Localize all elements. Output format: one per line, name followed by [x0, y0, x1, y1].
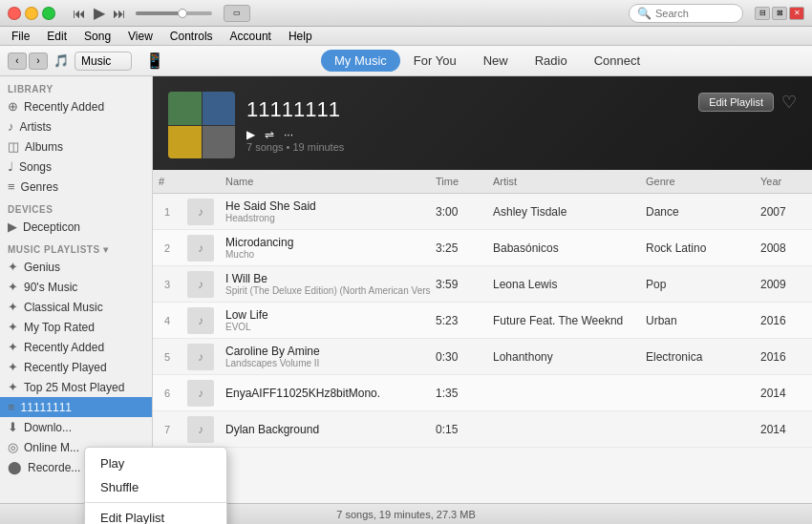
playlist-artwork	[168, 92, 235, 158]
menu-item-file[interactable]: File	[4, 28, 37, 45]
menu-item-edit[interactable]: Edit	[39, 28, 75, 45]
col-time: Time	[430, 174, 487, 189]
play-button-header[interactable]: ▶	[246, 128, 255, 141]
nav-tab-connect[interactable]: Connect	[581, 50, 653, 72]
title-bar: ⏮ ▶ ⏭ ▭ 🔍 ⊟ ⊠ ✕	[0, 0, 812, 27]
track-artist	[487, 428, 640, 431]
sidebar-section-music-playlists-▾[interactable]: Music Playlists ▾	[0, 237, 152, 257]
search-input[interactable]	[655, 8, 732, 19]
track-row[interactable]: 1♪He Said She SaidHeadstrong3:00Ashley T…	[153, 194, 812, 230]
track-num: 4	[153, 313, 182, 328]
artwork-q1	[168, 92, 202, 125]
ctx-item-play[interactable]: Play	[85, 451, 226, 475]
track-time: 5:23	[430, 312, 487, 329]
sidebar-item-artists[interactable]: ♪Artists	[0, 116, 152, 136]
sidebar-item-genres[interactable]: ≡Genres	[0, 177, 152, 197]
track-genre	[640, 428, 755, 431]
ctx-item-edit-playlist[interactable]: Edit Playlist	[85, 506, 226, 524]
minimize-button[interactable]	[25, 7, 38, 20]
track-genre: Pop	[640, 276, 755, 293]
volume-slider[interactable]	[136, 11, 212, 15]
sidebar-label: 90's Music	[24, 281, 77, 294]
menu-item-controls[interactable]: Controls	[162, 28, 221, 45]
close-window-button[interactable]: ✕	[789, 7, 804, 20]
back-button[interactable]: ⏮	[71, 4, 88, 23]
sidebar-item-my-top-rated[interactable]: ✦My Top Rated	[0, 317, 152, 337]
track-row[interactable]: 4♪Low LifeEVOL5:23Future Feat. The Weekn…	[153, 303, 812, 339]
sidebar-icon: ✦	[8, 340, 18, 354]
track-genre	[640, 391, 755, 395]
location-select[interactable]: Music	[75, 52, 132, 71]
sidebar-label: Decepticon	[23, 220, 80, 234]
sidebar-label: Recently Added	[24, 100, 104, 114]
more-button-header[interactable]: ···	[284, 128, 293, 141]
track-artwork: ♪	[187, 344, 214, 370]
menu-item-song[interactable]: Song	[76, 28, 118, 45]
music-icon: 🎵	[53, 53, 69, 68]
col-art	[182, 174, 220, 189]
music-note-icon: ♪	[198, 423, 203, 436]
sidebar-item-classical-music[interactable]: ✦Classical Music	[0, 297, 152, 317]
restore-button[interactable]: ⊟	[755, 7, 770, 20]
sidebar-item-90's-music[interactable]: ✦90's Music	[0, 277, 152, 297]
nav-tab-radio[interactable]: Radio	[522, 50, 581, 72]
sidebar-item-recently-added[interactable]: ✦Recently Added	[0, 337, 152, 357]
sidebar-icon: ◫	[8, 139, 19, 154]
track-row[interactable]: 2♪MicrodancingMucho3:25BabasónicosRock L…	[153, 230, 812, 266]
track-list: # Name Time Artist Genre Year 1♪He Said …	[153, 170, 812, 503]
search-bar[interactable]: 🔍	[629, 4, 743, 23]
track-artist: Ashley Tisdale	[487, 203, 640, 220]
fullscreen-button[interactable]: ⊠	[772, 7, 787, 20]
sidebar-item-albums[interactable]: ◫Albums	[0, 136, 152, 157]
track-genre: Dance	[640, 203, 755, 220]
track-name: I Will Be	[225, 272, 424, 285]
sidebar-item-downlo...[interactable]: ⬇Downlo...	[0, 417, 152, 437]
sidebar-icon: ✦	[8, 380, 18, 394]
menu-item-view[interactable]: View	[120, 28, 160, 45]
sidebar-label: Recently Played	[24, 361, 107, 374]
sidebar-label: Recently Added	[24, 341, 104, 354]
menu-bar: FileEditSongViewControlsAccountHelp	[0, 27, 812, 46]
track-row[interactable]: 7♪Dylan Background0:152014	[153, 411, 812, 448]
track-year: 2016	[755, 312, 812, 329]
ctx-item-shuffle[interactable]: Shuffle	[85, 475, 226, 499]
track-artwork: ♪	[187, 416, 214, 443]
sidebar-item-recently-added[interactable]: ⊕Recently Added	[0, 96, 152, 116]
nav-tab-new[interactable]: New	[470, 50, 522, 72]
track-time: 3:00	[430, 203, 487, 220]
menu-item-account[interactable]: Account	[223, 28, 279, 45]
sidebar-item-decepticon[interactable]: ▶Decepticon	[0, 217, 152, 237]
forward-button[interactable]: ⏭	[111, 4, 128, 23]
maximize-button[interactable]	[42, 7, 55, 20]
track-row[interactable]: 3♪I Will BeSpirit (The Deluxe Edition) (…	[153, 266, 812, 303]
close-button[interactable]	[8, 7, 21, 20]
sidebar-item-recently-played[interactable]: ✦Recently Played	[0, 357, 152, 377]
shuffle-button-header[interactable]: ⇌	[265, 128, 274, 141]
play-button[interactable]: ▶	[92, 2, 107, 24]
sidebar-item-11111111[interactable]: ≡11111111	[0, 397, 152, 417]
sidebar-item-songs[interactable]: ♩Songs	[0, 157, 152, 177]
track-row[interactable]: 6♪EnyaAIFF11025KHz8bitMono.1:352014	[153, 375, 812, 411]
playlist-controls: ▶ ⇌ ···	[246, 128, 793, 141]
track-row[interactable]: 5♪Caroline By AmineLandscapes Volume II0…	[153, 339, 812, 375]
sidebar-item-genius[interactable]: ✦Genius	[0, 257, 152, 277]
menu-item-help[interactable]: Help	[281, 28, 320, 45]
sidebar: Library⊕Recently Added♪Artists◫Albums♩So…	[0, 76, 153, 503]
track-art-cell: ♪	[182, 378, 220, 409]
display-button[interactable]: ▭	[224, 5, 250, 22]
track-artwork: ♪	[187, 380, 214, 407]
sidebar-label: Albums	[25, 140, 63, 154]
forward-arrow[interactable]: ›	[29, 52, 48, 70]
col-genre: Genre	[640, 174, 755, 189]
sidebar-item-top-25-most-played[interactable]: ✦Top 25 Most Played	[0, 377, 152, 397]
sidebar-icon: ▶	[8, 220, 17, 234]
back-arrow[interactable]: ‹	[8, 52, 27, 70]
nav-tab-for-you[interactable]: For You	[400, 50, 470, 72]
track-name: Caroline By Amine	[225, 345, 424, 358]
heart-button[interactable]: ♡	[781, 92, 797, 113]
nav-tab-my-music[interactable]: My Music	[321, 50, 400, 72]
track-album: Spirit (The Deluxe Edition) (North Ameri…	[225, 285, 424, 296]
artwork-q4	[203, 126, 236, 159]
sidebar-label: Genius	[24, 261, 60, 274]
edit-playlist-button[interactable]: Edit Playlist	[698, 93, 774, 112]
